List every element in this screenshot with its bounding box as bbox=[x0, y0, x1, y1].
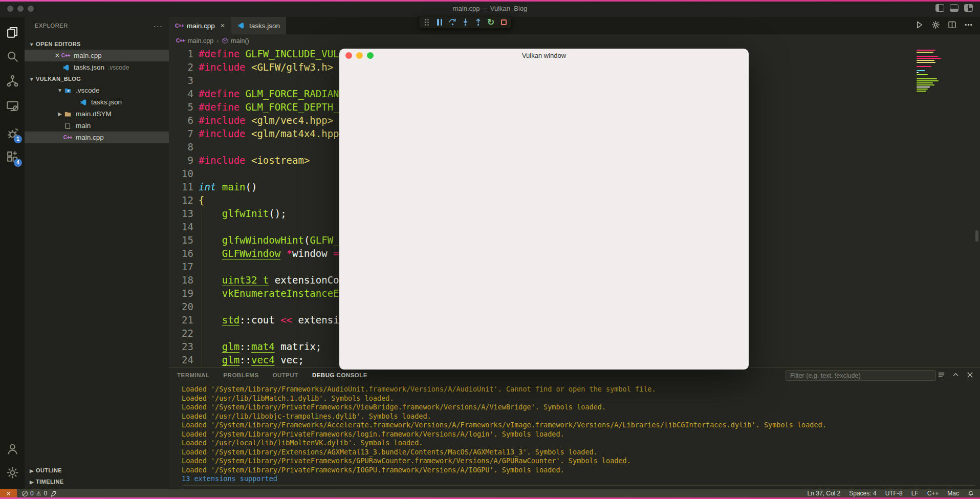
gear-icon[interactable] bbox=[931, 20, 940, 31]
remote-indicator[interactable] bbox=[0, 489, 17, 497]
errors-warnings[interactable]: 0 ⚠ 0 bbox=[22, 490, 47, 497]
debug-toolbar: ↻ bbox=[419, 16, 512, 29]
line-number: 2 bbox=[169, 60, 193, 74]
remote-explorer-icon bbox=[6, 99, 19, 112]
window-title: main.cpp — Vulkan_Blog bbox=[0, 5, 980, 12]
panel-tab-debug-console[interactable]: DEBUG CONSOLE bbox=[312, 372, 367, 378]
warning-count: 0 bbox=[44, 490, 48, 497]
chevron-up-icon[interactable] bbox=[952, 371, 960, 379]
panel-tab-terminal[interactable]: TERMINAL bbox=[177, 372, 209, 378]
status-platform[interactable]: Mac bbox=[947, 490, 959, 497]
line-number: 17 bbox=[169, 260, 193, 273]
tab-tasks-json[interactable]: tasks.json bbox=[231, 17, 286, 34]
stop-button[interactable] bbox=[498, 17, 509, 28]
tab-label: tasks.json bbox=[249, 22, 280, 30]
line-number: 24 bbox=[169, 353, 193, 366]
tree-item--vscode[interactable]: ▼.vscode bbox=[25, 84, 169, 96]
activity-run-and-debug[interactable]: 1 bbox=[0, 121, 25, 145]
close-editor-icon[interactable]: ✕ bbox=[53, 52, 61, 59]
tree-item-label: main.cpp bbox=[76, 134, 104, 141]
activity-remote-explorer[interactable] bbox=[0, 94, 25, 117]
console-filter-input[interactable] bbox=[786, 370, 936, 381]
breadcrumb-item[interactable]: C++main.cpp bbox=[176, 37, 213, 45]
console-line: Loaded '/System/Library/PrivateFramework… bbox=[182, 430, 976, 439]
indent-guide bbox=[202, 208, 202, 367]
launch-icon[interactable] bbox=[50, 490, 57, 497]
console-line: Loaded '/System/Library/PrivateFramework… bbox=[182, 457, 976, 466]
customize-layout-icon[interactable] bbox=[964, 4, 973, 12]
status-encoding[interactable]: UTF-8 bbox=[885, 490, 903, 497]
console-line: Loaded '/System/Library/PrivateFramework… bbox=[182, 466, 976, 475]
activity-extensions[interactable]: 4 bbox=[0, 145, 25, 168]
tree-item-main-cpp[interactable]: C++main.cpp bbox=[25, 132, 169, 143]
panel-tab-problems[interactable]: PROBLEMS bbox=[223, 372, 258, 378]
restart-button[interactable]: ↻ bbox=[486, 17, 496, 28]
output-list-icon[interactable] bbox=[938, 371, 945, 379]
console-input-prompt[interactable]: > bbox=[182, 485, 976, 490]
split-editor-icon[interactable] bbox=[948, 20, 956, 31]
activity-source-control[interactable] bbox=[0, 69, 25, 93]
step-over-button[interactable] bbox=[447, 17, 458, 28]
minimap[interactable] bbox=[917, 48, 953, 92]
cpp-file-icon: C++ bbox=[63, 135, 72, 140]
activity-accounts[interactable] bbox=[0, 437, 25, 461]
activity-explorer[interactable] bbox=[0, 20, 25, 44]
chevron-right-icon: ▶ bbox=[28, 468, 36, 473]
minimize-window-button[interactable] bbox=[17, 6, 24, 12]
panel-tab-output[interactable]: OUTPUT bbox=[273, 372, 298, 378]
vulkan-window-titlebar[interactable]: Vulkan window bbox=[339, 49, 749, 62]
tab-main-cpp[interactable]: C++main.cpp× bbox=[169, 17, 231, 34]
title-bar[interactable]: main.cpp — Vulkan_Blog bbox=[0, 0, 980, 17]
status-indentation[interactable]: Spaces: 4 bbox=[849, 490, 876, 497]
section-timeline[interactable]: ▶ TIMELINE bbox=[25, 476, 169, 487]
run-icon[interactable] bbox=[915, 20, 924, 31]
status-eol[interactable]: LF bbox=[911, 490, 919, 497]
zoom-window-button[interactable] bbox=[28, 6, 34, 12]
panel-header: TERMINALPROBLEMSOUTPUTDEBUG CONSOLE bbox=[169, 368, 980, 382]
breadcrumb-item[interactable]: main() bbox=[222, 37, 249, 45]
line-number: 1 bbox=[169, 47, 193, 60]
line-number: 10 bbox=[169, 167, 193, 180]
explorer-more-actions-icon[interactable]: ··· bbox=[154, 21, 163, 30]
status-cursor-position[interactable]: Ln 37, Col 2 bbox=[808, 490, 841, 497]
notifications-bell-icon[interactable] bbox=[968, 490, 974, 497]
vulkan-app-window[interactable]: Vulkan window bbox=[339, 49, 749, 370]
status-language-mode[interactable]: C++ bbox=[927, 490, 939, 497]
more-actions-icon[interactable] bbox=[964, 20, 973, 31]
step-out-button[interactable] bbox=[473, 17, 483, 28]
tree-item-main-dSYM[interactable]: ▶main.dSYM bbox=[25, 108, 169, 120]
toggle-panel-icon[interactable] bbox=[950, 4, 959, 12]
vulkan-close-button[interactable] bbox=[345, 52, 352, 59]
pause-button[interactable] bbox=[434, 17, 445, 28]
vscode-file-icon bbox=[237, 22, 245, 29]
activity-search[interactable] bbox=[0, 45, 25, 68]
section-open-editors[interactable]: ▼ OPEN EDITORS bbox=[25, 38, 169, 50]
breadcrumb: C++main.cpp›main() bbox=[169, 34, 980, 47]
editor-scrollbar[interactable] bbox=[975, 230, 978, 242]
toggle-sidebar-icon[interactable] bbox=[935, 4, 944, 12]
close-icon[interactable] bbox=[966, 371, 974, 379]
tree-item-tasks-json[interactable]: tasks.json bbox=[25, 96, 169, 108]
tree-item-main[interactable]: main bbox=[25, 120, 169, 132]
line-number: 12 bbox=[169, 193, 193, 207]
vulkan-minimize-button[interactable] bbox=[356, 52, 363, 59]
section-workspace[interactable]: ▼ VULKAN_BLOG bbox=[25, 73, 169, 84]
activity-settings[interactable] bbox=[0, 461, 25, 484]
line-number: 18 bbox=[169, 273, 193, 287]
tab-label: main.cpp bbox=[187, 22, 215, 30]
step-into-button[interactable] bbox=[460, 17, 470, 28]
file-icon bbox=[64, 122, 71, 129]
line-number: 3 bbox=[169, 74, 193, 87]
console-line: Loaded '/System/Library/PrivateFramework… bbox=[182, 403, 976, 412]
breadcrumb-separator: › bbox=[216, 37, 219, 45]
line-number: 11 bbox=[169, 180, 193, 193]
tree-item-label: tasks.json bbox=[91, 98, 122, 106]
close-tab-icon[interactable]: × bbox=[221, 21, 225, 30]
vulkan-zoom-button[interactable] bbox=[367, 52, 374, 59]
close-window-button[interactable] bbox=[7, 6, 13, 12]
open-editor-item[interactable]: ✕C++main.cpp bbox=[25, 50, 169, 61]
tree-item-label: main bbox=[76, 122, 91, 129]
section-outline[interactable]: ▶ OUTLINE bbox=[25, 465, 169, 476]
line-number: 23 bbox=[169, 340, 193, 353]
open-editor-item[interactable]: tasks.json.vscode bbox=[25, 61, 169, 73]
